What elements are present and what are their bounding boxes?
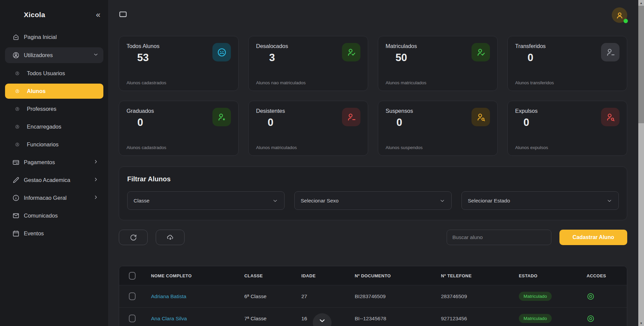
student-name-link[interactable]: Ana Clara Silva — [151, 316, 244, 322]
stat-card-graduados: Graduados 0 Alunos cadastrados — [119, 101, 239, 156]
row-checkbox[interactable] — [129, 292, 136, 300]
view-student-button[interactable] — [587, 292, 627, 300]
sexo-select-value: Selecionar Sexo — [301, 198, 339, 204]
cell-documento: BI283746509 — [355, 293, 441, 299]
stat-title: Suspensos — [386, 108, 413, 114]
cloud-download-icon — [167, 234, 174, 241]
cell-documento: BI--12345678 — [355, 316, 441, 322]
col-estado: ESTADO — [519, 273, 587, 278]
sidebar-collapse-button[interactable]: « — [96, 11, 100, 19]
online-status-dot — [624, 19, 628, 23]
sidebar-item-funcionarios[interactable]: Funcionarios — [5, 137, 103, 152]
col-telefone: Nº TELEFONE — [441, 273, 519, 278]
vertical-scrollbar[interactable]: ▲ ▼ — [638, 0, 644, 326]
user-dot-icon — [15, 125, 19, 129]
sidebar-item-utilizadores[interactable]: Utilizadores — [5, 47, 103, 63]
sidebar-item-gestao-academica[interactable]: Gestao Academica — [5, 173, 103, 188]
stat-value: 0 — [528, 52, 533, 64]
col-idade: IDADE — [301, 273, 355, 278]
stat-card-transferidos: Transferidos 0 Alunos transferidos — [507, 36, 627, 91]
cell-classe: 6ª Classe — [244, 293, 301, 299]
stat-title: Todos Alunos — [127, 43, 159, 49]
stat-value: 0 — [396, 117, 402, 129]
classe-select[interactable]: Classe — [127, 191, 285, 210]
cell-telefone: 283746509 — [441, 293, 519, 299]
student-name-link[interactable]: Adriana Batista — [151, 293, 244, 299]
col-classe: CLASSE — [244, 273, 301, 278]
stat-caption: Alunos suspendos — [386, 145, 490, 150]
user-circle-icon — [12, 52, 19, 59]
stat-title: Matriculados — [386, 43, 417, 49]
main-content: Todos Alunos 53 Alunos cadastrados Desal… — [109, 0, 644, 326]
chevron-down-icon — [439, 198, 445, 204]
sidebar-item-informacao-geral[interactable]: Informacao Geral — [5, 190, 103, 205]
user-check-icon — [472, 43, 490, 61]
sidebar-item-label: Comunicados — [24, 213, 58, 219]
row-checkbox[interactable] — [129, 315, 136, 322]
user-dot-icon — [15, 107, 19, 111]
user-dot-icon — [15, 142, 19, 147]
sidebar-item-pagamentos[interactable]: Pagamentos — [5, 155, 103, 170]
estado-select[interactable]: Selecionar Estado — [461, 191, 619, 210]
estado-select-value: Selecionar Estado — [468, 198, 510, 204]
select-all-checkbox[interactable] — [129, 272, 136, 280]
sidebar-item-comunicados[interactable]: Comunicados — [5, 208, 103, 223]
view-student-button[interactable] — [587, 315, 627, 323]
stat-caption: Alunos nao matriculados — [256, 80, 360, 85]
stat-caption: Alunos matriculados — [256, 145, 360, 150]
person-icon — [615, 11, 624, 20]
chevron-down-icon — [272, 198, 278, 204]
sexo-select[interactable]: Selecionar Sexo — [294, 191, 452, 210]
col-nome: NOME COMPLETO — [151, 273, 244, 278]
scrollbar-down-arrow[interactable]: ▼ — [638, 320, 644, 326]
register-student-button[interactable]: Cadastrar Aluno — [559, 230, 627, 245]
col-documento: Nº DOCUMENTO — [355, 273, 441, 278]
logo-row: Xicola « — [5, 0, 103, 30]
refresh-button[interactable] — [119, 230, 148, 245]
stat-caption: Alunos cadastrados — [127, 145, 231, 150]
filter-title: Filtrar Alunos — [127, 175, 619, 183]
scrollbar-thumb[interactable] — [638, 6, 644, 123]
refresh-icon — [130, 234, 137, 241]
stat-title: Expulsos — [515, 108, 538, 114]
stat-card-matriculados: Matriculados 50 Alunos matriculados — [378, 36, 498, 91]
sidebar-item-label: Eventos — [24, 230, 44, 237]
user-search-icon — [472, 108, 490, 126]
app-name: Xicola — [24, 11, 45, 19]
chevron-down-icon — [93, 52, 99, 59]
chevron-right-icon — [93, 159, 99, 166]
cell-idade: 27 — [301, 293, 355, 299]
sidebar-item-eventos[interactable]: Eventos — [5, 226, 103, 241]
search-input[interactable] — [447, 230, 551, 245]
sidebar-item-label: Informacao Geral — [24, 195, 66, 201]
status-badge: Matriculado — [519, 314, 552, 323]
sidebar-item-professores[interactable]: Professores — [5, 101, 103, 117]
stat-value: 0 — [137, 117, 143, 129]
stat-cards: Todos Alunos 53 Alunos cadastrados Desal… — [119, 36, 627, 156]
sidebar-item-label: Pagamentos — [24, 159, 55, 166]
scrollbar-up-arrow[interactable]: ▲ — [638, 0, 644, 6]
stat-title: Graduados — [127, 108, 154, 114]
display-icon[interactable] — [119, 10, 127, 20]
sidebar-item-alunos[interactable]: Alunos — [5, 84, 103, 99]
cell-telefone: 927123456 — [441, 316, 519, 322]
mail-icon — [12, 212, 19, 219]
sidebar-item-todos-usuarios[interactable]: Todos Usuarios — [5, 66, 103, 81]
sidebar-item-label: Funcionarios — [27, 141, 58, 148]
credit-card-icon — [12, 159, 19, 166]
status-badge: Matriculado — [519, 292, 552, 301]
sidebar-item-label: Encarregados — [27, 124, 61, 130]
sidebar-item-pagina-inicial[interactable]: Pagina Inicial — [5, 30, 103, 45]
stat-value: 3 — [269, 52, 275, 64]
col-accoes: ACCOES — [587, 273, 627, 278]
export-button[interactable] — [156, 230, 185, 245]
topbar — [119, 0, 627, 36]
filter-panel: Filtrar Alunos Classe Selecionar Sexo Se… — [119, 167, 627, 220]
chevron-right-icon — [93, 194, 99, 201]
stat-card-todos-alunos: Todos Alunos 53 Alunos cadastrados — [119, 36, 239, 91]
sidebar-item-encarregados[interactable]: Encarregados — [5, 119, 103, 134]
user-dot-icon — [15, 89, 19, 93]
chevron-right-icon — [93, 177, 99, 184]
avatar[interactable] — [612, 7, 627, 23]
user-search-icon — [601, 108, 620, 126]
